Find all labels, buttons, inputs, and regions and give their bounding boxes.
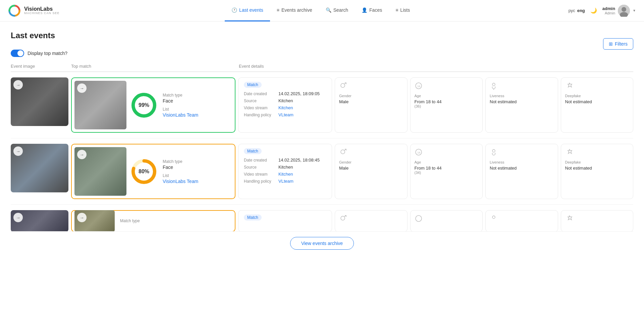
liveness-icon-3 [490,214,498,225]
match-face-1[interactable]: → [74,81,126,129]
search-icon: 🔍 [326,7,331,13]
goto-match-icon-1[interactable]: → [77,83,87,93]
list-link-1[interactable]: VisionLabs Team [163,112,231,118]
match-info-2: Match type Face List VisionLabs Team [161,157,232,187]
lang-ru[interactable]: рус [569,8,575,13]
stream-value-2[interactable]: Kitchen [278,172,293,177]
main-content: Last events Display top match? ⊞ Filters… [0,21,644,266]
list-label-1: List [163,107,231,112]
goto-match-icon-2[interactable]: → [77,150,87,159]
liveness-value-1: Not estimated [490,99,517,104]
match-info-1: Match type Face List VisionLabs Team [161,90,232,120]
gender-card-3 [335,210,408,232]
deepfake-card-2: Deepfake Not estimated [561,144,634,199]
nav-faces[interactable]: 👤 Faces [355,0,389,21]
filter-icon: ⊞ [609,41,613,47]
gender-icon-2 [339,148,347,158]
gender-value-1: Male [339,99,348,104]
age-exact-1: (36) [415,104,421,108]
logo-name: VisionLabs [24,6,60,12]
goto-event-icon-2[interactable]: → [13,146,23,156]
faces-icon: 👤 [362,7,367,13]
th-event-image: Event image [11,64,71,69]
match-face-2[interactable]: → [74,147,126,196]
nav-events-archive[interactable]: ≡ Events archive [270,0,319,21]
top-match-2: → 80% Match type Face List VisionLabs Te… [71,144,235,199]
deepfake-value-2: Not estimated [565,166,592,171]
attr-cards-1: Gender Male 18 Age From 18 to 44 (36) Li… [335,77,633,133]
header: VisionLabs MACHINES CAN SEE 🕐 Last event… [0,0,644,21]
match-score-donut-2: 80% [130,158,157,185]
deepfake-label-1: Deepfake [565,94,581,98]
event-details-3: Match [238,210,332,232]
age-card-3 [410,210,483,232]
top-match-3: → Match type [71,210,235,232]
event-image-2[interactable]: → [11,144,68,192]
top-match-1: → 99% Match type Face List VisionLabs Te… [71,77,235,133]
toggle-label: Display top match? [28,51,67,56]
attr-cards-2: Gender Male 18 Age From 18 to 44 (34) Li… [335,144,633,199]
age-exact-2: (34) [415,171,421,175]
table-row: → → 99% Match type Face List VisionLabs … [11,72,633,138]
age-card-1: 18 Age From 18 to 44 (36) [410,77,483,133]
source-label-1: Source [244,99,276,103]
liveness-icon-2 [490,148,498,158]
liveness-card-1: Liveness Not estimated [485,77,558,133]
age-icon-1: 18 [415,82,423,92]
svg-text:18: 18 [417,85,420,88]
liveness-value-2: Not estimated [490,166,517,171]
date-value-1: 14.02.2025, 18:09:05 [278,91,320,96]
user-menu[interactable]: admin Admin ▼ [602,5,636,17]
event-image-3[interactable]: → [11,210,68,232]
liveness-card-3 [485,210,558,232]
toggle-wrap: Display top match? [11,50,67,57]
clock-icon: 🕐 [231,7,237,13]
user-role: Admin [602,11,615,15]
goto-event-icon-1[interactable]: → [13,80,23,89]
source-value-1: Kitchen [278,98,293,103]
svg-point-22 [492,216,495,219]
policy-value-2[interactable]: VLteam [278,179,293,184]
liveness-card-2: Liveness Not estimated [485,144,558,199]
theme-toggle[interactable]: 🌙 [590,7,597,14]
match-face-3[interactable]: → [74,210,115,232]
age-icon-3 [415,214,423,225]
goto-match-icon-3[interactable]: → [77,213,87,222]
lists-icon: ≡ [395,7,398,13]
match-type-label-1: Match type [163,93,231,98]
liveness-label-1: Liveness [490,94,504,98]
deepfake-card-3 [561,210,634,232]
score-label-2: 80% [139,169,149,175]
policy-value-1[interactable]: VLteam [278,112,293,117]
logo[interactable]: VisionLabs MACHINES CAN SEE [8,4,60,17]
goto-event-icon-3[interactable]: → [13,213,23,222]
toolbar: Last events Display top match? ⊞ Filters [11,31,633,57]
archive-icon: ≡ [277,7,279,13]
svg-point-10 [492,83,495,86]
match-type-value-1: Face [163,98,231,104]
age-range-1: From 18 to 44 [415,99,442,104]
filters-button[interactable]: ⊞ Filters [603,38,633,50]
lang-en[interactable]: eng [577,8,585,13]
gender-label-1: Gender [339,94,352,98]
event-image-1[interactable]: → [11,77,68,126]
nav-lists[interactable]: ≡ Lists [389,0,417,21]
deepfake-value-1: Not estimated [565,99,592,104]
view-events-archive-button[interactable]: View events archive [290,237,354,250]
display-top-match-toggle[interactable] [11,50,24,57]
stream-label-1: Video stream [244,106,276,110]
lang-switcher: рус eng [569,8,585,13]
liveness-icon-1 [490,82,498,92]
nav-search[interactable]: 🔍 Search [319,0,355,21]
source-value-2: Kitchen [278,165,293,170]
stream-value-1[interactable]: Kitchen [278,105,293,110]
table-row: → → Match type Match [11,205,633,232]
list-label-2: List [163,173,231,178]
gender-card-2: Gender Male [335,144,408,199]
list-link-2[interactable]: VisionLabs Team [163,179,231,184]
table-row: → → 80% Match type Face List VisionLabs … [11,138,633,205]
nav-last-events[interactable]: 🕐 Last events [225,0,270,21]
gender-icon-3 [339,214,347,225]
age-card-2: 18 Age From 18 to 44 (34) [410,144,483,199]
age-label-1: Age [415,94,421,98]
